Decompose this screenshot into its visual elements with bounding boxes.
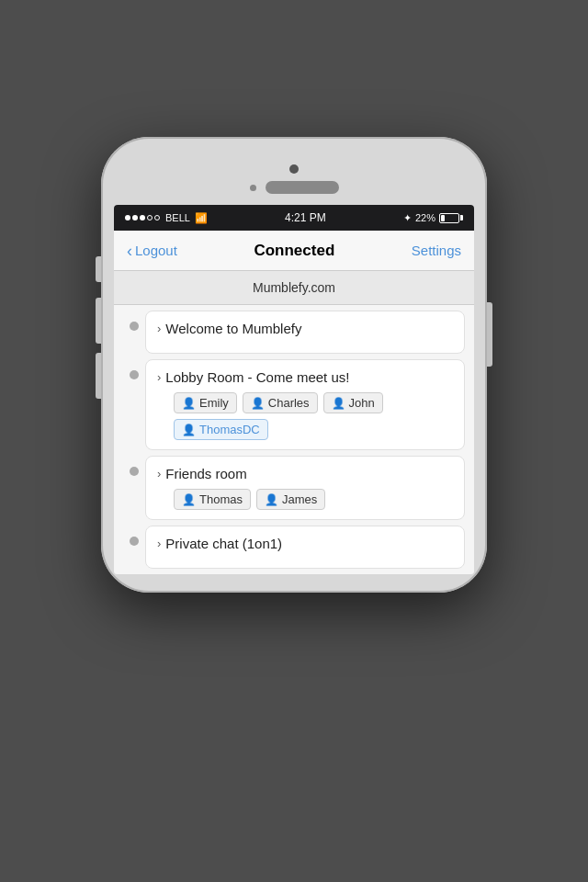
user-name: Charles (268, 396, 310, 410)
status-left: BELL 📶 (125, 212, 208, 224)
channel-dot-col (123, 456, 145, 476)
wifi-icon: 📶 (195, 212, 208, 224)
channel-dot (130, 370, 139, 379)
user-badge-charles[interactable]: 👤 Charles (243, 392, 318, 413)
settings-button[interactable]: Settings (412, 243, 461, 258)
signal-strength (125, 215, 160, 220)
channel-dot-col (123, 311, 145, 331)
chevron-right-icon: › (157, 370, 161, 384)
user-badge-emily[interactable]: 👤 Emily (174, 392, 237, 413)
channel-item-private[interactable]: › Private chat (1on1) (123, 526, 465, 569)
phone-mockup: BELL 📶 4:21 PM ✦ 22% (101, 137, 487, 593)
channel-title-row: › Private chat (1on1) (157, 536, 453, 551)
power-button (487, 302, 492, 367)
channel-name: Private chat (1on1) (165, 536, 282, 551)
volume-up-button (96, 298, 101, 344)
channel-list: › Welcome to Mumblefy › Lobby Room - Com… (114, 305, 474, 574)
user-name: Emily (199, 396, 229, 410)
user-name: Thomas (199, 492, 243, 506)
user-icon: 👤 (182, 493, 196, 506)
signal-dot-3 (140, 215, 145, 220)
phone-top (114, 155, 474, 205)
user-badge-thomasdc[interactable]: 👤 ThomasDC (174, 419, 268, 440)
channel-title-row: › Lobby Room - Come meet us! (157, 369, 453, 385)
channel-name: Friends room (165, 466, 246, 481)
signal-dot-2 (132, 215, 138, 220)
channel-content: › Welcome to Mumblefy (145, 311, 465, 354)
status-time: 4:21 PM (285, 211, 326, 224)
user-icon: 👤 (265, 493, 278, 506)
user-badge-john[interactable]: 👤 John (323, 392, 383, 413)
server-name: Mumblefy.com (253, 280, 335, 295)
channel-content: › Private chat (1on1) (145, 526, 465, 569)
chevron-right-icon: › (157, 537, 161, 550)
user-list: 👤 Thomas 👤 James (157, 489, 453, 510)
phone-shell: BELL 📶 4:21 PM ✦ 22% (101, 137, 487, 593)
back-label: Logout (135, 243, 177, 258)
channel-name: Welcome to Mumblefy (165, 321, 301, 336)
channel-dot (130, 322, 139, 331)
channel-item-friends[interactable]: › Friends room 👤 Thomas 👤 James (123, 456, 465, 520)
channel-dot-col (123, 359, 145, 379)
sensor-dot (250, 185, 256, 191)
status-right: ✦ 22% (403, 212, 463, 224)
nav-title: Connected (254, 242, 334, 260)
channel-content: › Lobby Room - Come meet us! 👤 Emily 👤 C… (145, 359, 465, 450)
signal-dot-1 (125, 215, 130, 220)
phone-screen: BELL 📶 4:21 PM ✦ 22% (114, 205, 474, 574)
navigation-bar: ‹ Logout Connected Settings (114, 231, 474, 271)
user-list: 👤 Emily 👤 Charles 👤 John (157, 392, 453, 440)
user-icon: 👤 (182, 397, 196, 410)
back-chevron-icon: ‹ (127, 243, 132, 259)
camera (289, 164, 299, 174)
user-name: ThomasDC (199, 423, 260, 436)
server-header: Mumblefy.com (114, 271, 474, 305)
user-name: James (282, 492, 317, 506)
speaker-grille (266, 181, 339, 194)
user-name: John (349, 396, 375, 410)
user-badge-james[interactable]: 👤 James (256, 489, 325, 510)
battery-percent: 22% (415, 212, 435, 223)
channel-content: › Friends room 👤 Thomas 👤 James (145, 456, 465, 520)
mute-button (96, 256, 101, 282)
volume-down-button (96, 353, 101, 399)
chevron-right-icon: › (157, 322, 161, 335)
signal-dot-5 (154, 215, 160, 220)
bluetooth-icon: ✦ (403, 212, 412, 224)
user-icon: 👤 (332, 397, 345, 410)
channel-title-row: › Welcome to Mumblefy (157, 321, 453, 336)
status-bar: BELL 📶 4:21 PM ✦ 22% (114, 205, 474, 231)
user-badge-thomas[interactable]: 👤 Thomas (174, 489, 251, 510)
channel-item-welcome[interactable]: › Welcome to Mumblefy (123, 311, 465, 354)
channel-dot (130, 467, 139, 476)
signal-dot-4 (147, 215, 153, 220)
channel-item-lobby[interactable]: › Lobby Room - Come meet us! 👤 Emily 👤 C… (123, 359, 465, 450)
channel-name: Lobby Room - Come meet us! (165, 369, 349, 385)
chevron-right-icon: › (157, 467, 161, 481)
user-icon: 👤 (251, 397, 265, 410)
channel-dot (130, 537, 139, 546)
battery-icon (439, 213, 463, 223)
back-button[interactable]: ‹ Logout (127, 243, 177, 259)
user-icon: 👤 (182, 424, 196, 436)
channel-title-row: › Friends room (157, 466, 453, 481)
channel-dot-col (123, 526, 145, 546)
carrier-label: BELL (165, 212, 190, 223)
speaker-area (250, 181, 339, 194)
